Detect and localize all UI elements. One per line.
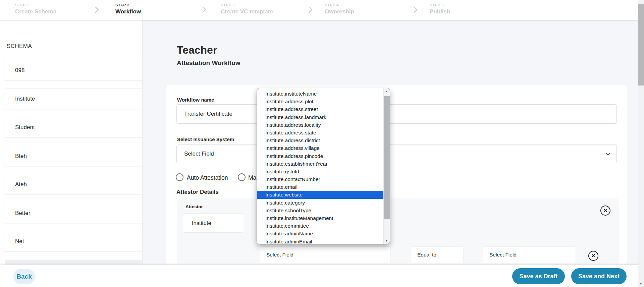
auto-attestation-radio[interactable] bbox=[176, 173, 183, 181]
issuance-system-select[interactable]: Select Field bbox=[176, 145, 617, 163]
schema-item-ateh[interactable]: Ateh bbox=[5, 174, 143, 194]
dropdown-option[interactable]: Institute.gstnId bbox=[257, 168, 383, 175]
condition-operator-select[interactable]: Equal to bbox=[411, 246, 464, 263]
attestor-label: Attestor bbox=[185, 204, 203, 209]
step-label: Create Schema bbox=[15, 8, 56, 15]
scroll-up-icon[interactable]: ▲ bbox=[385, 90, 388, 93]
dropdown-option[interactable]: Institute.address.plot bbox=[257, 98, 383, 105]
workflow-name-label: Workflow name bbox=[177, 97, 214, 103]
stepper-step-4[interactable]: STEP 4Ownership bbox=[325, 3, 354, 15]
stepper-step-5[interactable]: STEP 5Publish bbox=[430, 3, 450, 15]
condition-field1-select[interactable]: Select Field bbox=[260, 246, 391, 263]
dropdown-option[interactable]: Institute.instituteName bbox=[257, 90, 383, 98]
dropdown-option[interactable]: Institute.contactNumber bbox=[257, 175, 383, 183]
schema-heading: SCHEMA bbox=[7, 43, 32, 50]
stepper-step-2[interactable]: STEP 2Workflow bbox=[115, 3, 141, 15]
dropdown-option[interactable]: Institute.website bbox=[257, 191, 383, 198]
schema-item-student[interactable]: Student bbox=[5, 117, 143, 137]
dropdown-option[interactable]: Institute.committee bbox=[257, 222, 383, 230]
schema-item-bteh[interactable]: Bteh bbox=[5, 146, 143, 166]
step-label: Create VC template bbox=[221, 8, 273, 15]
attestor-details-heading: Attestor Details bbox=[176, 189, 219, 195]
stepper-step-3[interactable]: STEP 3Create VC template bbox=[221, 3, 273, 15]
field-options-list: Institute.instituteNameInstitute.address… bbox=[257, 88, 383, 244]
dropdown-option[interactable]: Institute.address.village bbox=[257, 144, 383, 152]
remove-attestor-icon[interactable]: ✕ bbox=[600, 206, 610, 216]
dropdown-option[interactable]: Institute.address.state bbox=[257, 129, 383, 136]
page-title: Teacher bbox=[177, 44, 217, 56]
chevron-right-icon bbox=[92, 6, 99, 13]
scroll-down-icon[interactable]: ▼ bbox=[639, 282, 642, 285]
field-options-dropdown: Institute.instituteNameInstitute.address… bbox=[257, 88, 390, 244]
dropdown-scroll-thumb[interactable] bbox=[384, 96, 390, 219]
condition-field2-select[interactable]: Select Field bbox=[483, 246, 576, 263]
workflow-name-input[interactable]: Transfer Certificate bbox=[176, 104, 617, 124]
page-scrollbar[interactable]: ▼ bbox=[638, 0, 644, 287]
step-label: Ownership bbox=[325, 8, 354, 15]
save-as-draft-button[interactable]: Save as Draft bbox=[512, 268, 565, 284]
schema-card-partial[interactable] bbox=[5, 260, 143, 265]
page-subtitle: Attestation Workflow bbox=[177, 59, 240, 67]
step-label: Publish bbox=[430, 8, 450, 15]
dropdown-option[interactable]: Institute.address.street bbox=[257, 105, 383, 113]
save-and-next-button[interactable]: Save and Next bbox=[571, 268, 627, 284]
step-number: STEP 1 bbox=[15, 3, 56, 7]
dropdown-option[interactable]: Institute.address.district bbox=[257, 136, 383, 144]
dropdown-option[interactable]: Institute.adminName bbox=[257, 230, 383, 237]
step-label: Workflow bbox=[115, 8, 141, 15]
manual-attestation-radio[interactable] bbox=[238, 173, 246, 181]
dropdown-scrollbar[interactable]: ▲ ▼ bbox=[383, 88, 390, 244]
page-root: STEP 1Create SchemaSTEP 2WorkflowSTEP 3C… bbox=[0, 0, 644, 287]
schema-item-institute[interactable]: Institute bbox=[5, 89, 143, 109]
schema-sidebar: SCHEMA 098InstituteStudentBtehAtehBetter… bbox=[0, 20, 143, 265]
auto-attestation-label: Auto Attestation bbox=[187, 174, 228, 181]
dropdown-option[interactable]: Institute.address.locality bbox=[257, 121, 383, 129]
attestor-panel: ✕ Attestor Institute Select Field Equal … bbox=[177, 198, 619, 265]
footer-bar: Back Save as Draft Save and Next bbox=[0, 265, 644, 287]
dropdown-option[interactable]: Institute.category bbox=[257, 199, 383, 207]
chevron-right-icon bbox=[200, 6, 206, 13]
dropdown-option[interactable]: Institute.instituteManagement bbox=[257, 214, 383, 222]
dropdown-option[interactable]: Institute.address.pincode bbox=[257, 152, 383, 160]
dropdown-option[interactable]: Institute.adminEmail bbox=[257, 238, 383, 244]
attestor-select[interactable]: Institute bbox=[183, 213, 244, 233]
schema-item-098[interactable]: 098 bbox=[5, 60, 143, 80]
remove-condition-icon[interactable]: ✕ bbox=[588, 251, 598, 261]
dropdown-option[interactable]: Institute.schoolType bbox=[257, 207, 383, 214]
stepper-step-1[interactable]: STEP 1Create Schema bbox=[15, 3, 56, 15]
step-number: STEP 3 bbox=[221, 3, 273, 7]
issuance-system-label: Select Issuance System bbox=[177, 136, 234, 142]
dropdown-option[interactable]: Institute.address.landmark bbox=[257, 113, 383, 121]
step-number: STEP 2 bbox=[115, 3, 141, 7]
chevron-right-icon bbox=[306, 6, 313, 13]
chevron-right-icon bbox=[411, 6, 418, 13]
schema-item-better[interactable]: Better bbox=[5, 203, 143, 223]
page-scroll-thumb[interactable] bbox=[638, 4, 644, 85]
back-button[interactable]: Back bbox=[13, 269, 35, 284]
wizard-stepper: STEP 1Create SchemaSTEP 2WorkflowSTEP 3C… bbox=[0, 0, 638, 20]
step-number: STEP 4 bbox=[325, 3, 354, 7]
schema-item-net[interactable]: Net bbox=[5, 231, 143, 251]
manual-attestation-label: Ma bbox=[248, 174, 256, 181]
scroll-down-icon[interactable]: ▼ bbox=[385, 239, 388, 242]
dropdown-option[interactable]: Institute.email bbox=[257, 183, 383, 191]
step-number: STEP 5 bbox=[430, 3, 450, 7]
dropdown-option[interactable]: Institute.establishmentYear bbox=[257, 160, 383, 168]
